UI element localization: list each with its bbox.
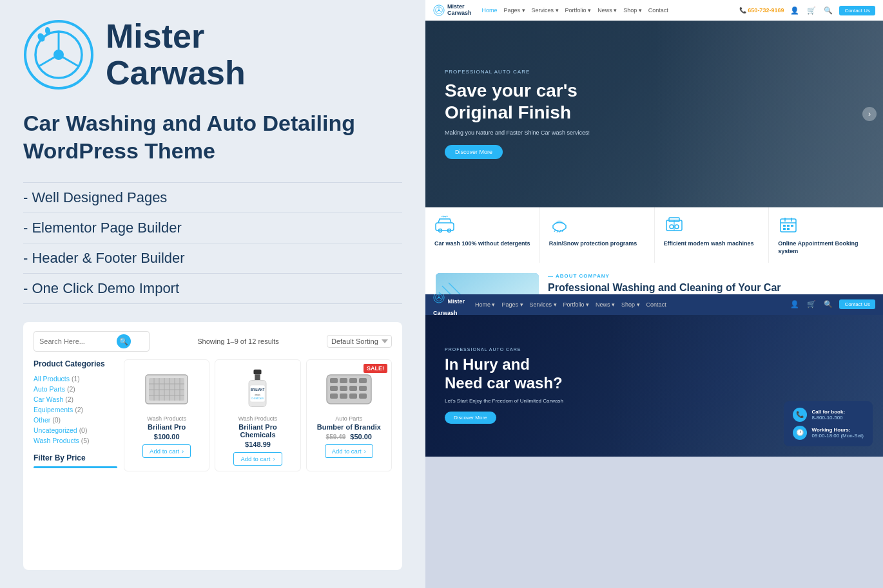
- product-card: Wash Products Briliant Pro $100.00 Add t…: [124, 359, 209, 471]
- service-card: Online Appointment Booking system: [769, 207, 883, 263]
- demo2-hero-title: In Hury and Need car wash?: [445, 356, 563, 393]
- search-icon-button-2[interactable]: 🔍: [822, 299, 834, 310]
- product-name: Briliant Pro Chemicals: [220, 423, 295, 439]
- demo1-logo-text: MisterCarwash: [447, 4, 472, 17]
- service-icon-machine: [664, 215, 684, 237]
- call-info: Call for book: 8-800-10-500: [812, 409, 846, 421]
- category-item[interactable]: Other (0): [34, 415, 117, 425]
- nav2-link-pages[interactable]: Pages ▾: [501, 301, 523, 308]
- svg-rect-64: [783, 228, 786, 230]
- add-to-cart-button[interactable]: Add to cart ›: [325, 444, 373, 458]
- service-icon-rain: [549, 215, 570, 237]
- service-title: Online Appointment Booking system: [778, 240, 874, 255]
- product-card: SALE!: [306, 359, 392, 471]
- nav-link-news[interactable]: News ▾: [597, 7, 617, 14]
- demo1-about-section: — ABOUT COMPANY Professional Washing and…: [425, 263, 883, 294]
- category-item[interactable]: Equipements (2): [34, 404, 117, 415]
- add-to-cart-button[interactable]: Add to cart ›: [233, 452, 282, 466]
- nav-link-services[interactable]: Services ▾: [532, 7, 559, 14]
- svg-rect-61: [783, 225, 786, 227]
- nav2-link-news[interactable]: News ▾: [596, 301, 615, 308]
- cart-icon-button-2[interactable]: 🛒: [806, 299, 817, 310]
- floating-contact-card: 📞 Call for book: 8-800-10-500 🕐 Working …: [784, 401, 873, 446]
- cart-icon-button[interactable]: 🛒: [806, 5, 817, 16]
- sort-select[interactable]: Default Sorting: [327, 335, 392, 348]
- category-item[interactable]: All Products (1): [34, 374, 117, 384]
- category-item[interactable]: Car Wash (2): [34, 394, 117, 404]
- nav-link-pages[interactable]: Pages ▾: [504, 7, 525, 14]
- contact-us-button[interactable]: Contact Us: [839, 6, 875, 15]
- svg-text:CHEMICALS: CHEMICALS: [252, 397, 265, 400]
- product-category: Auto Parts: [335, 415, 362, 422]
- search-input[interactable]: [39, 337, 117, 345]
- demo1-about-title: Professional Washing and Cleaning of You…: [548, 281, 873, 294]
- nav2-link-home[interactable]: Home ▾: [475, 301, 496, 308]
- demo1-about-label: — ABOUT COMPANY: [548, 273, 873, 279]
- product-image: BRILIANT PRO CHEMICALS: [232, 366, 284, 412]
- demo2-hero-subtitle: PROFESSIONAL AUTO CARE: [445, 347, 563, 352]
- nav2-link-services[interactable]: Services ▾: [530, 301, 557, 308]
- user-icon-button[interactable]: 👤: [789, 5, 801, 16]
- svg-text:PRO: PRO: [255, 394, 260, 397]
- showing-count: Showing 1–9 of 12 results: [156, 337, 320, 345]
- right-panel: MisterCarwash Home Pages ▾ Services ▾ Po…: [425, 0, 883, 588]
- logo-area: Mister Carwash: [23, 18, 402, 91]
- hours-label: Working Hours:: [812, 427, 864, 433]
- nav-link-contact[interactable]: Contact: [648, 7, 668, 14]
- search-box[interactable]: 🔍: [34, 331, 150, 352]
- demo1-hero-subtitle: PROFESSIONAL AUTO CARE: [445, 69, 590, 75]
- demo1-navbar: MisterCarwash Home Pages ▾ Services ▾ Po…: [425, 0, 883, 21]
- categories-list: All Products (1) Auto Parts (2) Car Wash…: [34, 374, 117, 446]
- svg-point-55: [675, 225, 679, 229]
- service-card: Rain/Snow protection programs: [540, 207, 655, 263]
- demo2-navbar: MisterCarwash Home ▾ Pages ▾ Services ▾ …: [425, 294, 883, 315]
- svg-rect-66: [436, 273, 539, 294]
- air-filter-icon: [142, 368, 191, 410]
- product-name: Bumber of Brandix: [317, 423, 381, 431]
- svg-text:BRILIANT: BRILIANT: [251, 388, 265, 392]
- service-card: Car wash 100% without detergents: [425, 207, 540, 263]
- nav2-link-shop[interactable]: Shop ▾: [621, 301, 640, 308]
- demo1-hero-description: Making you Nature and Faster Shine Car w…: [445, 129, 590, 136]
- demo1-hero-title: Save your car's Original Finish: [445, 80, 590, 123]
- brand-tagline: Car Washing and Auto Detailing WordPress…: [23, 109, 402, 164]
- contact-us-button-2[interactable]: Contact Us: [839, 299, 875, 309]
- product-card: BRILIANT PRO CHEMICALS Wash Products Bri…: [215, 359, 300, 471]
- search-icon-button[interactable]: 🔍: [822, 5, 834, 16]
- user-icon-button-2[interactable]: 👤: [789, 299, 801, 310]
- service-title: Rain/Snow protection programs: [549, 240, 637, 248]
- product-category: Wash Products: [238, 415, 278, 422]
- hero-next-arrow[interactable]: ›: [862, 107, 877, 121]
- svg-rect-31: [330, 386, 338, 391]
- demo1-hero-cta[interactable]: Discover More: [445, 145, 503, 159]
- call-value: 8-800-10-500: [812, 415, 846, 421]
- feature-item: - Elementor Page Builder: [23, 213, 402, 243]
- category-item[interactable]: Auto Parts (2): [34, 384, 117, 394]
- add-to-cart-button[interactable]: Add to cart ›: [142, 444, 191, 458]
- svg-point-5: [53, 50, 64, 60]
- svg-rect-45: [436, 223, 454, 231]
- svg-rect-19: [254, 370, 262, 374]
- nav-link-shop[interactable]: Shop ▾: [623, 7, 642, 14]
- nav2-link-portfolio[interactable]: Portfolio ▾: [563, 301, 590, 308]
- nav-link-home[interactable]: Home: [482, 7, 498, 14]
- svg-rect-27: [330, 378, 338, 383]
- demo2-hero-description: Let's Start Enjoy the Freedom of Unlimit…: [445, 398, 563, 404]
- nav2-link-contact[interactable]: Contact: [646, 301, 666, 308]
- category-item[interactable]: Wash Products (5): [34, 435, 117, 446]
- product-name: Briliant Pro: [148, 423, 186, 431]
- svg-rect-62: [787, 225, 790, 227]
- price-range-bar[interactable]: [34, 466, 117, 468]
- grille-icon: [325, 372, 373, 407]
- category-item[interactable]: Uncategorized (0): [34, 425, 117, 435]
- feature-item: - One Click Demo Import: [23, 274, 402, 304]
- shop-header: 🔍 Showing 1–9 of 12 results Default Sort…: [34, 331, 392, 352]
- demo2-hero-cta[interactable]: Discover More: [445, 412, 496, 424]
- call-label: Call for book:: [812, 409, 846, 415]
- products-grid: Wash Products Briliant Pro $100.00 Add t…: [124, 359, 392, 471]
- service-title: Efficient modern wash machines: [664, 240, 754, 248]
- search-button[interactable]: 🔍: [117, 334, 131, 348]
- product-image: [141, 366, 193, 412]
- demo2-nav-links: Home ▾ Pages ▾ Services ▾ Portfolio ▾ Ne…: [475, 301, 779, 308]
- nav-link-portfolio[interactable]: Portfolio ▾: [565, 7, 592, 14]
